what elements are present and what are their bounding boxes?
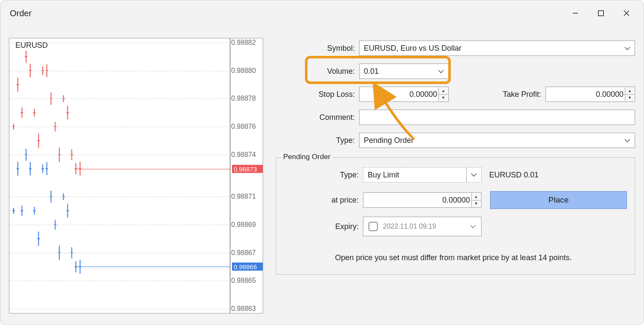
take-profit-value: 0.00000: [596, 90, 624, 99]
order-window: Order EURUSD 0.988820.988800.988780.9887…: [0, 0, 644, 325]
spin-up-icon[interactable]: ▲: [625, 87, 634, 95]
expiry-value: 2022.11.01 09:19: [383, 223, 436, 230]
order-form: Symbol: EURUSD, Euro vs US Dollar Volume…: [276, 38, 635, 316]
take-profit-spinner[interactable]: ▲▼: [625, 87, 634, 101]
symbol-select[interactable]: EURUSD, Euro vs US Dollar: [359, 41, 635, 56]
type-label: Type:: [276, 136, 359, 145]
pending-type-select[interactable]: Buy Limit: [363, 167, 482, 183]
ask-price-badge: 0.98873: [232, 165, 263, 173]
minimize-button[interactable]: [563, 3, 588, 24]
y-tick: 0.98876: [231, 123, 261, 131]
pending-legend: Pending Order: [281, 153, 333, 161]
y-tick: 0.98880: [231, 67, 261, 75]
y-tick: 0.98869: [231, 221, 261, 229]
at-price-spinner[interactable]: ▲▼: [471, 193, 481, 207]
at-price-input[interactable]: 0.00000 ▲▼: [363, 192, 482, 208]
volume-select[interactable]: 0.01: [359, 64, 449, 79]
window-controls: [563, 3, 639, 24]
maximize-button[interactable]: [588, 3, 614, 24]
y-tick: 0.98878: [231, 95, 261, 102]
chevron-down-icon: [438, 67, 444, 76]
at-price-label: at price:: [280, 196, 363, 205]
comment-input[interactable]: [359, 110, 635, 125]
close-button[interactable]: [614, 3, 639, 24]
spin-down-icon[interactable]: ▼: [625, 95, 634, 102]
order-type-select[interactable]: Pending Order: [359, 133, 635, 148]
expiry-checkbox[interactable]: [368, 222, 378, 231]
chart-series: [9, 38, 230, 313]
spin-up-icon[interactable]: ▲: [439, 87, 448, 95]
volume-label: Volume:: [276, 67, 359, 76]
chart-plot-area: EURUSD: [9, 38, 230, 313]
order-type-value: Pending Order: [364, 136, 414, 145]
take-profit-input[interactable]: 0.00000 ▲▼: [545, 87, 635, 102]
symbol-label: Symbol:: [276, 44, 359, 53]
expiry-label: Expiry:: [280, 222, 363, 231]
expiry-picker[interactable]: 2022.11.01 09:19: [363, 217, 482, 236]
y-tick: 0.98874: [231, 151, 261, 159]
stop-loss-input[interactable]: 0.00000 ▲▼: [359, 87, 449, 102]
symbol-value: EURUSD, Euro vs US Dollar: [364, 44, 461, 53]
tick-chart: EURUSD 0.988820.988800.988780.988760.988…: [9, 38, 263, 313]
volume-value: 0.01: [364, 67, 379, 76]
spin-down-icon[interactable]: ▼: [472, 200, 481, 207]
place-button[interactable]: Place: [490, 191, 627, 209]
chevron-down-icon: [624, 136, 630, 145]
titlebar: Order: [0, 0, 644, 26]
y-tick: 0.98871: [231, 193, 261, 200]
y-tick: 0.98882: [231, 39, 261, 46]
pending-hint: Open price you set must differ from mark…: [280, 253, 627, 262]
spin-up-icon[interactable]: ▲: [472, 193, 481, 200]
chevron-down-icon: [470, 223, 476, 230]
stop-loss-value: 0.00000: [409, 90, 437, 99]
bid-price-badge: 0.98866: [232, 263, 263, 271]
chevron-down-icon: [466, 168, 477, 182]
pending-type-value: Buy Limit: [368, 171, 399, 180]
chart-symbol-label: EURUSD: [14, 41, 49, 50]
place-label: Place: [548, 195, 569, 205]
y-tick: 0.98863: [231, 305, 261, 313]
pending-order-group: Pending Order Type: Buy Limit EURUSD 0.0…: [276, 157, 635, 275]
pending-type-label: Type:: [280, 171, 363, 180]
y-tick: 0.98867: [231, 249, 261, 257]
window-title: Order: [10, 9, 32, 18]
y-tick: 0.98865: [231, 277, 261, 284]
chevron-down-icon: [624, 44, 630, 53]
spin-down-icon[interactable]: ▼: [439, 95, 448, 102]
comment-label: Comment:: [276, 113, 359, 122]
pending-summary: EURUSD 0.01: [489, 171, 539, 180]
at-price-value: 0.00000: [442, 196, 470, 205]
svg-rect-1: [598, 11, 603, 16]
take-profit-label: Take Profit:: [503, 90, 545, 99]
stop-loss-spinner[interactable]: ▲▼: [438, 87, 448, 101]
stop-loss-label: Stop Loss:: [276, 90, 359, 99]
